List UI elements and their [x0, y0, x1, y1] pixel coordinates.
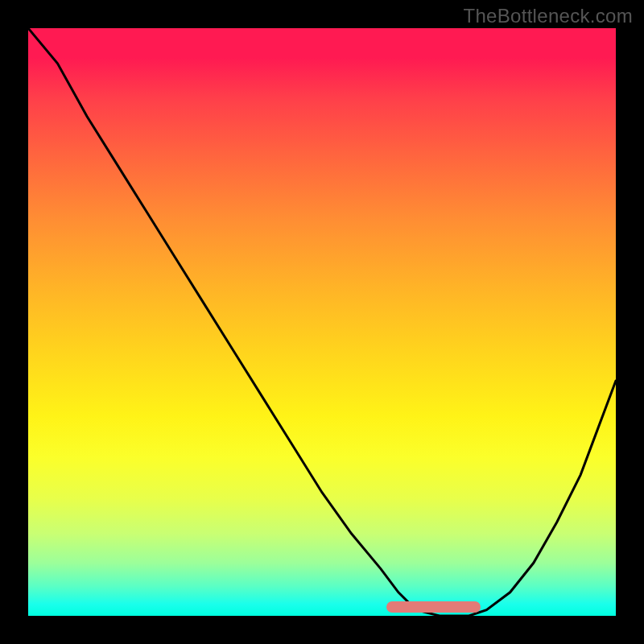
- chart-stage: TheBottleneck.com: [0, 0, 644, 644]
- watermark-text: TheBottleneck.com: [463, 5, 633, 27]
- optimal-range-marker: [386, 601, 481, 613]
- bottleneck-curve: [28, 28, 616, 616]
- plot-area: [28, 28, 616, 616]
